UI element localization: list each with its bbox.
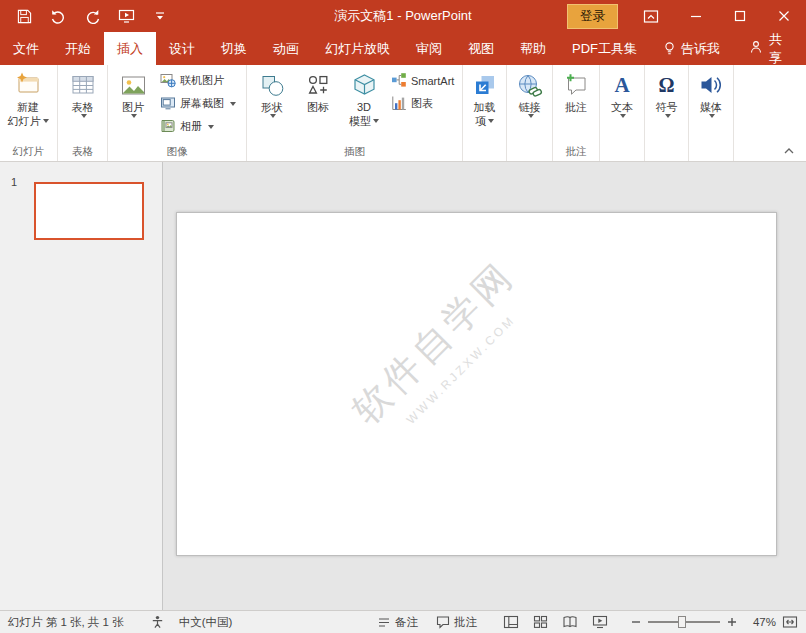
- tab-insert[interactable]: 插入: [104, 32, 156, 65]
- zoom-percentage[interactable]: 47%: [742, 616, 776, 628]
- notes-button[interactable]: 备注: [377, 615, 418, 630]
- tab-animations[interactable]: 动画: [260, 32, 312, 65]
- zoom-out-button[interactable]: [630, 616, 642, 628]
- group-label-images: 图像: [108, 144, 246, 161]
- table-button[interactable]: 表格: [60, 69, 105, 118]
- tab-home[interactable]: 开始: [52, 32, 104, 65]
- fit-slide-to-window-button[interactable]: [782, 615, 798, 629]
- dropdown-arrow-icon: [665, 114, 671, 118]
- undo-button[interactable]: [48, 6, 68, 26]
- tell-me-label: 告诉我: [681, 40, 720, 58]
- tab-pdf-tools[interactable]: PDF工具集: [559, 32, 650, 65]
- chart-button[interactable]: 图表: [391, 93, 433, 114]
- tab-view[interactable]: 视图: [455, 32, 507, 65]
- media-label: 媒体: [700, 100, 722, 114]
- statusbar: 幻灯片 第 1 张, 共 1 张 中文(中国) 备注 批注: [0, 610, 806, 633]
- start-from-beginning-button[interactable]: [116, 6, 136, 26]
- 3d-models-button[interactable]: 3D 模型: [341, 69, 387, 128]
- table-icon: [70, 70, 96, 100]
- notes-icon: [377, 616, 391, 629]
- slide-thumbnail[interactable]: [34, 182, 144, 240]
- close-icon: [778, 10, 790, 22]
- group-media: 媒体: [689, 65, 734, 161]
- link-button[interactable]: 链接: [509, 69, 550, 118]
- new-slide-icon: [14, 70, 42, 100]
- group-tables: 表格 表格: [58, 65, 108, 161]
- text-button[interactable]: A 文本: [602, 69, 642, 118]
- new-slide-button[interactable]: 新建 幻灯片: [2, 69, 54, 128]
- symbol-button[interactable]: Ω 符号: [647, 69, 686, 118]
- smartart-button[interactable]: SmartArt: [391, 70, 454, 91]
- ribbon-insert: 新建 幻灯片 幻灯片 表格 表格: [0, 65, 806, 162]
- group-label-links: [507, 144, 552, 161]
- 3d-models-label-2: 模型: [349, 114, 371, 128]
- shapes-button[interactable]: 形状: [249, 69, 295, 118]
- customize-quick-access-button[interactable]: [150, 6, 170, 26]
- slide-canvas[interactable]: 软件自学网 WWW.RJZXW.COM: [176, 212, 777, 556]
- fit-to-window-icon: [782, 615, 798, 629]
- save-button[interactable]: [14, 6, 34, 26]
- editing-canvas: 软件自学网 WWW.RJZXW.COM: [163, 162, 806, 610]
- ribbon-tab-bar: 文件 开始 插入 设计 切换 动画 幻灯片放映 审阅 视图 帮助 PDF工具集 …: [0, 32, 806, 65]
- dropdown-arrow-icon: [709, 114, 715, 118]
- slide-sorter-view-button[interactable]: [533, 615, 548, 629]
- addins-button[interactable]: 加载 项: [465, 69, 504, 128]
- language-indicator[interactable]: 中文(中国): [179, 615, 233, 630]
- text-label: 文本: [611, 100, 633, 114]
- link-label: 链接: [519, 100, 541, 114]
- screenshot-button[interactable]: 屏幕截图: [160, 93, 236, 114]
- sign-in-button[interactable]: 登录: [567, 4, 618, 29]
- workspace: 1 软件自学网 WWW.RJZXW.COM: [0, 162, 806, 610]
- tab-slideshow[interactable]: 幻灯片放映: [312, 32, 403, 65]
- zoom-in-button[interactable]: [726, 616, 738, 628]
- share-button[interactable]: 共享: [733, 32, 806, 65]
- share-label: 共享: [769, 31, 790, 67]
- slide-indicator[interactable]: 幻灯片 第 1 张, 共 1 张: [8, 615, 124, 630]
- reading-view-button[interactable]: [562, 615, 578, 629]
- tell-me-box[interactable]: 告诉我: [650, 32, 733, 65]
- ribbon-display-options-button[interactable]: [636, 3, 666, 29]
- tab-help[interactable]: 帮助: [507, 32, 559, 65]
- lightbulb-icon: [663, 41, 676, 56]
- group-label-slides: 幻灯片: [0, 144, 57, 161]
- new-comment-button[interactable]: 批注: [555, 69, 597, 114]
- close-button[interactable]: [762, 0, 806, 32]
- photo-album-icon: [160, 118, 176, 136]
- dropdown-arrow-icon: [131, 114, 137, 118]
- comments-button[interactable]: 批注: [436, 615, 477, 630]
- group-label-media: [689, 144, 733, 161]
- minimize-button[interactable]: [674, 0, 718, 32]
- photo-album-button[interactable]: 相册: [160, 116, 214, 137]
- group-slides: 新建 幻灯片 幻灯片: [0, 65, 58, 161]
- dropdown-arrow-icon: [270, 114, 276, 118]
- icons-button[interactable]: 图标: [295, 69, 341, 114]
- slideshow-view-button[interactable]: [592, 615, 608, 629]
- picture-button[interactable]: 图片: [110, 69, 156, 118]
- normal-view-button[interactable]: [503, 615, 519, 629]
- save-icon: [17, 9, 32, 24]
- new-slide-label-2: 幻灯片: [8, 114, 41, 128]
- online-pictures-button[interactable]: 联机图片: [160, 70, 224, 91]
- group-label-addins: [463, 144, 506, 161]
- group-label-comments: 批注: [553, 144, 599, 161]
- collapse-ribbon-button[interactable]: [780, 144, 798, 158]
- tab-review[interactable]: 审阅: [403, 32, 455, 65]
- dropdown-arrow-icon: [373, 119, 379, 123]
- tab-transitions[interactable]: 切换: [208, 32, 260, 65]
- ribbon-display-options-icon: [643, 9, 659, 24]
- maximize-button[interactable]: [718, 0, 762, 32]
- smartart-label: SmartArt: [411, 75, 454, 87]
- group-symbols: Ω 符号: [645, 65, 689, 161]
- powerpoint-window: 演示文稿1 - PowerPoint 登录 文件 开始 插入 设计 切换 动画 …: [0, 0, 806, 633]
- tab-file[interactable]: 文件: [0, 32, 52, 65]
- online-pictures-label: 联机图片: [180, 73, 224, 88]
- slideshow-icon: [592, 615, 608, 629]
- tab-design[interactable]: 设计: [156, 32, 208, 65]
- zoom-slider-thumb[interactable]: [678, 616, 686, 628]
- media-button[interactable]: 媒体: [691, 69, 731, 118]
- comment-icon: [563, 70, 590, 100]
- zoom-slider[interactable]: [648, 621, 720, 623]
- accessibility-checker-button[interactable]: [150, 615, 165, 629]
- picture-icon: [120, 70, 147, 100]
- redo-button[interactable]: [82, 6, 102, 26]
